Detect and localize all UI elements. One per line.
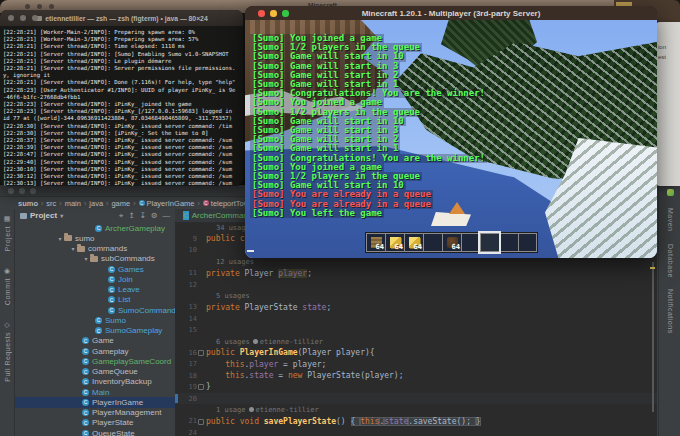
code-line-18[interactable]: 18 this.state = new PlayerState(player);	[175, 370, 657, 381]
chat-message: [Sumo] You left the game	[250, 209, 384, 218]
editor-tab-archercommand[interactable]: C ArcherCommand	[183, 211, 252, 220]
tree-item-playeringame[interactable]: CPlayerInGame	[15, 397, 175, 407]
editor-scrollbar[interactable]	[652, 262, 654, 412]
code-line-24[interactable]: 24	[175, 427, 657, 436]
background-zoom-button[interactable]	[49, 4, 54, 9]
expand-all-icon[interactable]: ↥	[128, 211, 134, 221]
item-count: 64	[414, 243, 422, 251]
breadcrumb-item-java[interactable]: java	[89, 199, 103, 208]
tree-item-playerstate[interactable]: CPlayerState	[15, 418, 175, 428]
tree-item-sumogameplay[interactable]: CSumoGameplay	[15, 326, 175, 336]
chevron-down-icon[interactable]: ▾	[82, 255, 90, 262]
minecraft-minimize-button[interactable]	[270, 10, 277, 17]
tree-item-games[interactable]: CGames	[15, 264, 175, 274]
code-line-15[interactable]: 15	[175, 325, 657, 336]
toolwindow-button-notifications[interactable]: Notifications	[667, 289, 674, 334]
class-icon: C	[82, 419, 89, 426]
tree-item-subcommands[interactable]: ▾subCommands	[15, 254, 175, 264]
hide-icon[interactable]: —	[163, 211, 171, 221]
terminal-log-line: [22:28:30] [Server thread/INFO]: [iPinKy…	[3, 130, 243, 137]
gutter-fold-icon[interactable]	[198, 384, 204, 390]
terminal-log-line: [22:28:21] [Server thread/INFO]: Server …	[3, 65, 243, 72]
tree-item-sumocommand[interactable]: CSumoCommand	[15, 305, 175, 315]
settings-icon[interactable]: ⚙	[151, 211, 158, 221]
project-panel-title[interactable]: Project ▾	[20, 211, 63, 220]
code-line-12[interactable]: 12	[175, 279, 657, 290]
line-number: 13	[175, 303, 206, 311]
hotbar-slot[interactable]: 64	[442, 233, 461, 252]
hotbar-slot[interactable]	[480, 233, 499, 252]
gutter-fold-icon[interactable]	[198, 350, 204, 356]
breadcrumb-item-main[interactable]: main	[65, 199, 81, 208]
code-line-20[interactable]: 20	[175, 393, 657, 404]
breadcrumb-item-game[interactable]: game	[111, 199, 130, 208]
class-icon: C	[82, 348, 89, 355]
hotbar-slot[interactable]: 64	[404, 233, 423, 252]
ide-minimize-button[interactable]	[19, 188, 25, 194]
chevron-right-icon: ›	[133, 200, 135, 207]
tree-item-sumo[interactable]: CSumo	[15, 315, 175, 325]
hotbar-slot[interactable]: 64	[366, 233, 385, 252]
tree-item-game[interactable]: CGame	[15, 336, 175, 346]
ide-zoom-button[interactable]	[30, 188, 36, 194]
minecraft-viewport[interactable]: [Sumo] You joined a game[Sumo] 1/2 playe…	[245, 20, 657, 258]
code-line-13[interactable]: 13private PlayerState state;	[175, 302, 657, 313]
toolwindow-button-project[interactable]: ▦Project	[4, 215, 11, 251]
usages-hint[interactable]: 1 usageetienne-tillier	[206, 406, 319, 414]
minecraft-close-button[interactable]	[258, 10, 265, 17]
background-minimize-button[interactable]	[37, 4, 42, 9]
tree-item-playermanagement[interactable]: CPlayerManagement	[15, 408, 175, 418]
collapse-all-icon[interactable]: ↧	[139, 211, 145, 221]
tree-item-list[interactable]: CList	[15, 295, 175, 305]
tree-item-queuestate[interactable]: CQueueState	[15, 428, 175, 436]
terminal-zoom-button[interactable]	[32, 15, 38, 21]
hotbar-slot[interactable]	[423, 233, 442, 252]
tree-item-gameplay[interactable]: CGameplay	[15, 346, 175, 356]
breadcrumb-item-playeringame[interactable]: CPlayerInGame	[139, 199, 195, 208]
hotbar-slot[interactable]	[518, 233, 537, 252]
ide-close-button[interactable]	[8, 188, 14, 194]
tree-item-join[interactable]: CJoin	[15, 274, 175, 284]
minecraft-zoom-button[interactable]	[282, 10, 289, 17]
background-close-button[interactable]	[25, 4, 30, 9]
usages-hint[interactable]: 5 usages	[206, 292, 250, 300]
hotbar-slot[interactable]	[461, 233, 480, 252]
code-line-14[interactable]: 14	[175, 313, 657, 324]
code-line-16[interactable]: 16public PlayerInGame(Player player){	[175, 347, 657, 358]
hotbar-slot[interactable]	[499, 233, 518, 252]
toolwindow-button-maven[interactable]: Maven	[667, 208, 674, 232]
terminal-minimize-button[interactable]	[20, 15, 26, 21]
breadcrumb-item-src[interactable]: src	[46, 199, 56, 208]
class-icon: C	[108, 266, 115, 273]
hotbar-slot[interactable]: 64	[385, 233, 404, 252]
breadcrumb-item-sumo[interactable]: sumo	[18, 199, 38, 208]
tree-item-commands[interactable]: ▾commands	[15, 244, 175, 254]
terminal-close-button[interactable]	[8, 15, 14, 21]
chevron-right-icon: ›	[84, 200, 86, 207]
tree-item-main[interactable]: CMain	[15, 387, 175, 397]
toolwindow-button-pull-requests[interactable]: ◇Pull Requests	[4, 321, 11, 382]
tree-item-archergameplay[interactable]: CArcherGameplay	[15, 223, 175, 233]
code-line-19[interactable]: 19}	[175, 381, 657, 392]
code-line-21[interactable]: 21public void savePlayerState() { this.s…	[175, 416, 657, 427]
code-line-17[interactable]: 17 this.player = player;	[175, 359, 657, 370]
usages-hint[interactable]: 12 usages	[206, 258, 254, 266]
code-line-11[interactable]: 11private Player player;	[175, 268, 657, 279]
tree-item-sumo[interactable]: ▾sumo	[15, 233, 175, 243]
usages-hint[interactable]: 6 usagesetienne-tillier	[206, 338, 323, 346]
terminal-titlebar: etiennetillier — zsh — zsh (figterm) • j…	[0, 10, 243, 26]
tree-item-inventorybackup[interactable]: CInventoryBackup	[15, 377, 175, 387]
toolwindow-button-commit[interactable]: ◉Commit	[4, 267, 11, 305]
gutter-fold-icon[interactable]	[198, 419, 204, 425]
tree-item-leave[interactable]: CLeave	[15, 285, 175, 295]
chevron-down-icon[interactable]: ▾	[56, 235, 64, 242]
line-number: 10	[175, 246, 206, 254]
gradle-sync-icon[interactable]	[667, 189, 674, 196]
chevron-down-icon[interactable]: ▾	[69, 245, 77, 252]
toolwindow-button-database[interactable]: Database	[667, 244, 674, 278]
tree-item-gameplaysamecoord[interactable]: CGameplaySameCoord	[15, 356, 175, 366]
locate-icon[interactable]: ⌖	[119, 211, 123, 221]
tree-item-gamequeue[interactable]: CGameQueue	[15, 367, 175, 377]
notification-popup[interactable]: ion est	[656, 22, 680, 186]
toolwindow-label: Notifications	[667, 289, 674, 334]
